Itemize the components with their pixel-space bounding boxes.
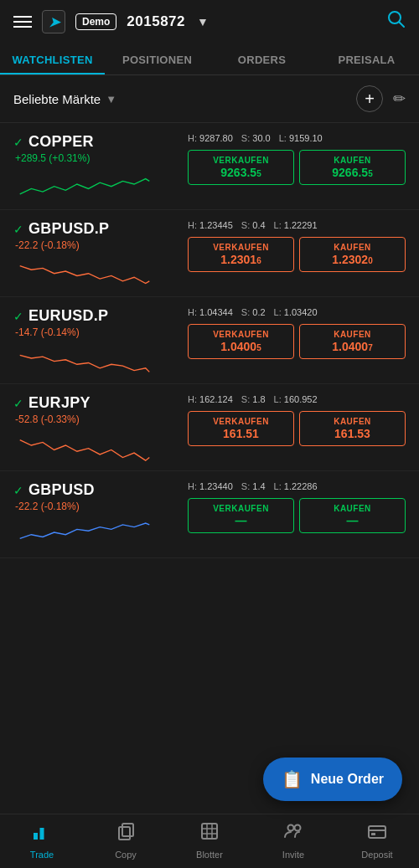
nav-trade[interactable]: Trade [0,821,84,860]
market-chart-3 [13,429,156,462]
stat-h-1: H: 1.23445 [188,220,233,230]
deposit-label: Deposit [361,850,392,860]
invite-label: Invite [282,850,304,860]
markets-list: ✓ COPPER +289.5 (+0.31%) H: 9287.80 S: 3… [0,123,419,558]
stat-l-1: L: 1.22291 [274,220,318,230]
trade-label: Trade [30,850,54,860]
svg-rect-3 [40,828,44,840]
market-check-2: ✓ [13,310,23,323]
blotter-label: Blotter [196,850,223,860]
account-number: 2015872 [127,13,185,30]
stat-h-3: H: 162.124 [188,394,233,404]
market-change-1: -22.2 (-0.18%) [15,239,181,251]
market-item-gbpusd: ✓ GBPUSD -22.2 (-0.18%) H: 1.23440 S: 1.… [0,471,419,558]
svg-rect-13 [369,826,385,838]
market-check-4: ✓ [13,484,23,497]
watchlist-chevron-icon[interactable]: ▼ [106,93,116,105]
add-market-button[interactable]: + [356,85,383,112]
stat-h-4: H: 1.23440 [188,481,233,491]
svg-point-12 [295,825,301,831]
watchlist-title: Beliebte Märkte [13,92,101,106]
svg-line-1 [400,23,405,28]
demo-badge: Demo [75,13,116,30]
market-right-1: H: 1.23445 S: 0.4 L: 1.22291 VERKAUFEN 1… [188,220,406,288]
market-name-0[interactable]: COPPER [28,133,94,151]
nav-invite[interactable]: Invite [251,821,335,860]
market-chart-4 [13,516,156,549]
app-logo: ➤ [42,10,65,33]
market-left-0: ✓ COPPER +289.5 (+0.31%) [13,133,181,201]
deposit-icon [367,821,387,846]
edit-watchlist-button[interactable]: ✏ [393,90,406,108]
buy-button-0[interactable]: KAUFEN 9266.55 [299,150,406,185]
market-name-1[interactable]: GBPUSD.P [28,220,109,238]
market-buttons-3: VERKAUFEN 161.51 KAUFEN 161.53 [188,411,406,446]
market-stats-3: H: 162.124 S: 1.8 L: 160.952 [188,394,406,404]
market-stats-4: H: 1.23440 S: 1.4 L: 1.22286 [188,481,406,491]
stat-l-3: L: 160.952 [274,394,318,404]
stat-h-0: H: 9287.80 [188,133,233,143]
market-right-3: H: 162.124 S: 1.8 L: 160.952 VERKAUFEN 1… [188,394,406,462]
market-check-0: ✓ [13,136,23,149]
market-buttons-0: VERKAUFEN 9263.55 KAUFEN 9266.55 [188,150,406,185]
stat-s-2: S: 0.2 [241,307,266,317]
watchlist-header: Beliebte Märkte ▼ + ✏ [0,75,419,123]
bottom-navigation: Trade Copy Blotter [0,814,419,868]
tab-orders[interactable]: ORDERS [210,44,314,74]
nav-deposit[interactable]: Deposit [335,821,419,860]
market-chart-2 [13,342,156,375]
stat-s-0: S: 30.0 [241,133,271,143]
svg-rect-6 [202,824,217,839]
market-buttons-2: VERKAUFEN 1.04005 KAUFEN 1.04007 [188,324,406,359]
svg-rect-5 [122,824,133,836]
buy-button-4[interactable]: KAUFEN — [299,498,406,533]
buy-button-3[interactable]: KAUFEN 161.53 [299,411,406,446]
stat-s-1: S: 0.4 [241,220,266,230]
neue-order-button[interactable]: 📋 Neue Order [263,758,402,801]
order-icon: 📋 [282,769,303,789]
sell-button-2[interactable]: VERKAUFEN 1.04005 [188,324,294,359]
tab-preisala[interactable]: PREISALA [314,44,419,74]
market-item-gbpusdp: ✓ GBPUSD.P -22.2 (-0.18%) H: 1.23445 S: … [0,210,419,297]
sell-button-0[interactable]: VERKAUFEN 9263.55 [188,150,294,185]
market-change-2: -14.7 (-0.14%) [15,326,181,338]
buy-button-1[interactable]: KAUFEN 1.23020 [299,237,406,272]
tab-bar: WATCHLISTEN POSITIONEN ORDERS PREISALA [0,44,419,75]
market-change-0: +289.5 (+0.31%) [15,152,181,164]
nav-copy[interactable]: Copy [84,821,168,860]
svg-rect-4 [119,827,130,840]
stat-l-2: L: 1.03420 [274,307,318,317]
market-item-eurjpy: ✓ EURJPY -52.8 (-0.33%) H: 162.124 S: 1.… [0,384,419,471]
sell-button-3[interactable]: VERKAUFEN 161.51 [188,411,294,446]
svg-point-11 [288,825,294,831]
search-button[interactable] [387,10,406,33]
sell-button-1[interactable]: VERKAUFEN 1.23016 [188,237,294,272]
market-item-eurusdp: ✓ EURUSD.P -14.7 (-0.14%) H: 1.04344 S: … [0,297,419,384]
market-stats-2: H: 1.04344 S: 0.2 L: 1.03420 [188,307,406,317]
market-right-0: H: 9287.80 S: 30.0 L: 9159.10 VERKAUFEN … [188,133,406,201]
market-name-4[interactable]: GBPUSD [28,481,95,499]
market-name-2[interactable]: EURUSD.P [28,307,108,325]
copy-label: Copy [115,850,137,860]
stat-s-3: S: 1.8 [241,394,266,404]
tab-watchlisten[interactable]: WATCHLISTEN [0,44,105,74]
market-right-4: H: 1.23440 S: 1.4 L: 1.22286 VERKAUFEN —… [188,481,406,549]
market-chart-1 [13,254,156,288]
account-chevron-icon[interactable]: ▼ [197,15,209,28]
market-left-2: ✓ EURUSD.P -14.7 (-0.14%) [13,307,181,375]
tab-positionen[interactable]: POSITIONEN [105,44,210,74]
market-buttons-1: VERKAUFEN 1.23016 KAUFEN 1.23020 [188,237,406,272]
watchlist-actions: + ✏ [356,85,406,112]
menu-button[interactable] [13,16,32,28]
neue-order-label: Neue Order [311,772,384,787]
stat-l-0: L: 9159.10 [279,133,323,143]
market-left-1: ✓ GBPUSD.P -22.2 (-0.18%) [13,220,181,288]
trade-icon [32,821,52,846]
app-header: ➤ Demo 2015872 ▼ [0,0,419,44]
market-change-4: -22.2 (-0.18%) [15,501,181,512]
sell-button-4[interactable]: VERKAUFEN — [188,498,294,533]
market-name-3[interactable]: EURJPY [28,394,91,412]
buy-button-2[interactable]: KAUFEN 1.04007 [299,324,406,359]
market-change-3: -52.8 (-0.33%) [15,413,181,425]
nav-blotter[interactable]: Blotter [168,821,251,860]
